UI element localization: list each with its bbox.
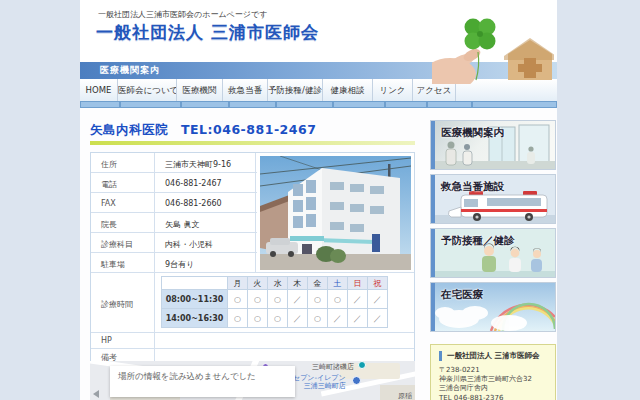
- content-area: 一般社団法人三浦市医師会のホームページです 一般社団法人 三浦市医師会: [80, 0, 557, 400]
- day-mon: 月: [228, 277, 248, 290]
- row-label: 診療科目: [91, 233, 155, 252]
- row-label: 診療時間: [91, 273, 155, 332]
- day-fri: 金: [308, 277, 328, 290]
- map-poi-label: 三崎町諸磯店: [312, 362, 354, 372]
- nav-underline-strip: [80, 101, 557, 108]
- location-map[interactable]: 三崎町諸磯店 セブン-イレブン 三浦三崎町店 原稲 場所の情報を読み込めませんで…: [90, 361, 415, 400]
- row-label: FAX: [91, 193, 155, 212]
- schedule-morning-row: 08:00~11:30 ○ ○ ○ ／ ○ ○ ／ ／: [162, 290, 388, 309]
- sidebar-button-home-care[interactable]: 在宅医療: [430, 282, 556, 332]
- nav-item-consultation[interactable]: 健康相談: [323, 79, 373, 101]
- row-label: HP: [91, 333, 155, 348]
- button-accent-bar: [431, 283, 435, 331]
- page: 一般社団法人三浦市医師会のホームページです 一般社団法人 三浦市医師会: [0, 0, 640, 400]
- row-value: 046-881-2467: [155, 173, 256, 192]
- time-slot: 08:00~11:30: [162, 290, 228, 309]
- map-poi-icon: [352, 376, 361, 385]
- clinic-building-photo: [257, 153, 414, 273]
- day-holiday: 祝: [368, 277, 388, 290]
- table-row-hours: 診療時間 月 火 水 木 金 土 日: [91, 273, 414, 333]
- ambulance-icon: [448, 191, 547, 221]
- row-label: 電話: [91, 173, 155, 192]
- day-thu: 木: [288, 277, 308, 290]
- day-sat: 土: [328, 277, 348, 290]
- page-title: 矢島内科医院 TEL:046-881-2467: [90, 122, 316, 139]
- day-tue: 火: [248, 277, 268, 290]
- row-label: 院長: [91, 213, 155, 232]
- button-accent-bar: [431, 175, 435, 223]
- row-value: 矢島 眞文: [155, 213, 256, 232]
- schedule-table: 月 火 水 木 金 土 日 祝 08:00~11:30: [161, 276, 388, 328]
- map-poi-seven-eleven: セブン-イレブン 三浦三崎町店: [293, 374, 346, 391]
- house-icon: [504, 38, 554, 80]
- map-poi-partial-label: 原稲: [398, 391, 412, 400]
- row-value: 三浦市天神町9-16: [155, 153, 256, 172]
- address-line2: 三浦合同庁舎内: [439, 384, 555, 393]
- sidebar-button-institutions[interactable]: 医療機関案内: [430, 120, 556, 170]
- sidebar-button-label: 医療機関案内: [441, 126, 504, 140]
- row-value: 9台有り: [155, 253, 256, 272]
- nav-item-vaccination[interactable]: 予防接種/健診: [268, 79, 323, 101]
- sidebar-button-label: 予防接種／健診: [441, 234, 515, 248]
- row-label: 住所: [91, 153, 155, 172]
- nav-item-about[interactable]: 医師会について: [118, 79, 177, 101]
- association-info-box: 一般社団法人 三浦市医師会 〒238-0221 神奈川県三浦市三崎町六合32 三…: [430, 344, 556, 400]
- nav-item-emergency[interactable]: 救急当番: [223, 79, 268, 101]
- site-tagline: 一般社団法人三浦市医師会のホームページです: [98, 9, 267, 20]
- time-slot: 14:00~16:30: [162, 309, 228, 328]
- main-content: 矢島内科医院 TEL:046-881-2467 住所 三浦市天神町9-16 電話…: [80, 108, 557, 400]
- map-error-text: 場所の情報を読み込めませんでした: [118, 371, 256, 381]
- day-wed: 水: [268, 277, 288, 290]
- day-sun: 日: [348, 277, 368, 290]
- row-value: 046-881-2660: [155, 193, 256, 212]
- row-value: 内科・小児科: [155, 233, 256, 252]
- row-value: [155, 333, 414, 348]
- sidebar-button-label: 救急当番施設: [441, 180, 504, 194]
- table-row-hp: HP: [91, 333, 414, 349]
- map-control-icon[interactable]: [93, 390, 99, 398]
- address-line1: 神奈川県三浦市三崎町六合32: [439, 375, 555, 384]
- sidebar-button-emergency[interactable]: 救急当番施設: [430, 174, 556, 224]
- nav-item-links[interactable]: リンク: [373, 79, 413, 101]
- postal-code: 〒238-0221: [439, 366, 555, 375]
- clinic-info-table: 住所 三浦市天神町9-16 電話 046-881-2467 FAX 046-88…: [90, 152, 415, 363]
- button-accent-bar: [431, 229, 435, 277]
- map-poi-icon: [358, 361, 366, 369]
- tel-line: TEL 046-881-2376: [439, 394, 555, 400]
- map-error-box: 場所の情報を読み込めませんでした: [110, 366, 295, 397]
- row-label: 駐車場: [91, 253, 155, 272]
- schedule-afternoon-row: 14:00~16:30 ○ ○ ○ ／ ○ ／ ／ ／: [162, 309, 388, 328]
- sidebar-button-vaccination[interactable]: 予防接種／健診: [430, 228, 556, 278]
- sidebar-button-label: 在宅医療: [441, 288, 483, 302]
- schedule-header-row: 月 火 水 木 金 土 日 祝: [162, 277, 388, 290]
- button-accent-bar: [431, 121, 435, 169]
- nav-item-institutions[interactable]: 医療機関: [177, 79, 223, 101]
- title-underline: [90, 141, 415, 145]
- association-name: 一般社団法人 三浦市医師会: [439, 351, 555, 361]
- nav-item-home[interactable]: HOME: [80, 79, 118, 101]
- clover-icon: [465, 19, 496, 50]
- site-title: 一般社団法人 三浦市医師会: [96, 21, 319, 44]
- clover-hand-house-image: [432, 2, 554, 84]
